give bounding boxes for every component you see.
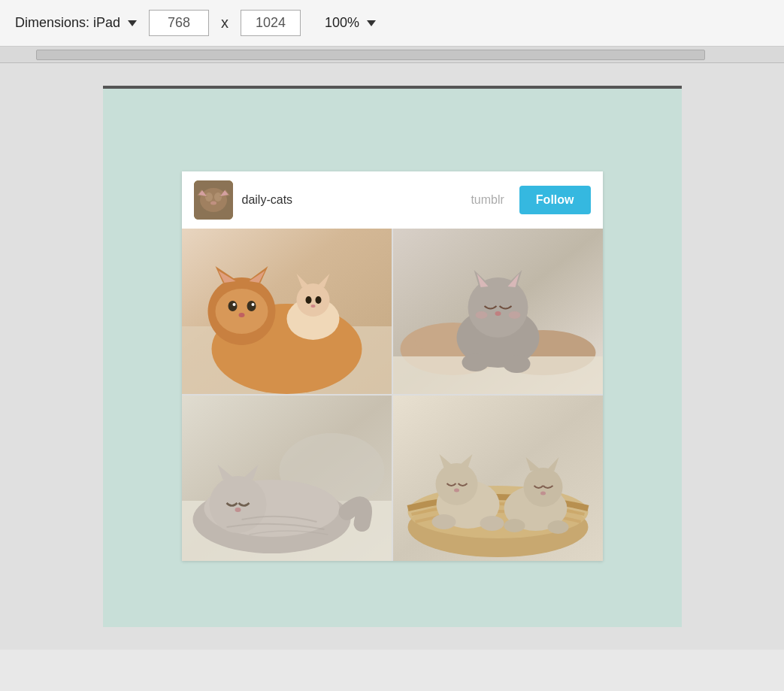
svg-point-29 [305, 296, 311, 304]
svg-point-24 [238, 313, 244, 317]
image-grid [182, 229, 603, 561]
svg-point-65 [431, 514, 456, 529]
grid-cell-4 [393, 396, 603, 561]
tumblr-platform-label: tumblr [471, 193, 504, 207]
svg-point-30 [315, 296, 321, 304]
svg-point-23 [251, 303, 254, 306]
svg-point-46 [462, 353, 489, 371]
grid-cell-3 [182, 396, 392, 561]
tumblr-card: daily-cats tumblr Follow [182, 171, 603, 561]
zoom-label: 100% [325, 15, 376, 31]
svg-point-45 [508, 311, 520, 319]
scrollbar-thumb[interactable] [36, 50, 705, 60]
canvas-area: daily-cats tumblr Follow [0, 63, 784, 650]
svg-point-21 [247, 301, 256, 311]
svg-point-26 [296, 283, 329, 317]
svg-point-20 [228, 301, 237, 311]
svg-point-61 [435, 463, 477, 505]
svg-point-43 [495, 311, 501, 316]
svg-point-19 [215, 289, 268, 334]
svg-point-47 [503, 355, 530, 373]
svg-point-2 [205, 192, 213, 202]
svg-point-44 [475, 311, 487, 319]
svg-point-22 [232, 303, 235, 306]
svg-point-31 [310, 305, 315, 308]
svg-point-68 [523, 468, 562, 507]
follow-button[interactable]: Follow [519, 186, 591, 214]
zoom-dropdown-icon[interactable] [367, 20, 376, 26]
horizontal-scrollbar[interactable] [0, 47, 784, 63]
svg-point-3 [214, 192, 222, 202]
svg-point-66 [480, 516, 504, 531]
svg-point-38 [468, 277, 528, 338]
width-input[interactable] [149, 10, 209, 36]
grid-cell-2 [393, 229, 603, 394]
svg-point-1 [200, 188, 227, 212]
dimensions-dropdown-icon[interactable] [128, 20, 137, 26]
svg-point-6 [210, 202, 216, 205]
dimensions-label: Dimensions: iPad [15, 15, 137, 31]
username: daily-cats [242, 193, 462, 207]
device-frame: daily-cats tumblr Follow [103, 86, 682, 627]
toolbar: Dimensions: iPad x 100% [0, 0, 784, 47]
svg-point-72 [504, 519, 525, 532]
svg-point-64 [454, 489, 459, 492]
card-header: daily-cats tumblr Follow [182, 171, 603, 229]
svg-point-56 [235, 508, 241, 512]
avatar [194, 180, 233, 220]
dimension-separator: x [221, 14, 229, 32]
svg-point-71 [540, 492, 546, 496]
svg-point-73 [547, 520, 568, 534]
grid-cell-1 [182, 229, 392, 394]
height-input[interactable] [241, 10, 301, 36]
